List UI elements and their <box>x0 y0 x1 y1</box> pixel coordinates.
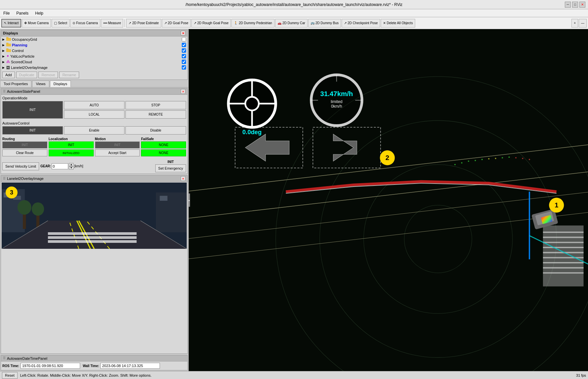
svg-rect-21 <box>48 232 137 235</box>
displays-title: Displays <box>3 31 18 35</box>
tab-views[interactable]: Views <box>32 81 49 87</box>
autoware-control-label: AutowareControl <box>2 121 186 125</box>
svg-point-78 <box>495 158 496 159</box>
toolbar-move-camera[interactable]: ✥ Move Camera <box>22 19 51 27</box>
display-item-name: ScoredCloud <box>11 60 181 64</box>
init-emergency-col: INIT Set Emergency <box>155 160 186 172</box>
displays-close-button[interactable]: ✕ <box>181 31 185 35</box>
lanelet-close[interactable]: ✕ <box>181 176 185 181</box>
motion-init-button[interactable]: INIT <box>95 141 140 148</box>
panel-drag-icon2: ⠿ <box>3 177 6 181</box>
tab-displays[interactable]: Displays <box>50 81 71 87</box>
toolbar-measure[interactable]: ━━ Measure <box>101 19 123 27</box>
image-icon: 🖼 <box>6 66 10 70</box>
routing-label: Routing <box>2 137 47 141</box>
motion-label: Motion <box>95 137 140 141</box>
operation-mode-auto[interactable]: AUTO <box>64 101 124 109</box>
maximize-button[interactable]: □ <box>572 2 578 8</box>
viz-background[interactable]: 0.0deg 31.47km/h limited 0km/h 2 1 <box>189 29 588 371</box>
autoware-state-panel: ⠿ AutowareStatePanel ✕ OperationMode INI… <box>1 88 188 174</box>
close-button[interactable]: ✕ <box>579 2 585 8</box>
display-check-control[interactable] <box>182 48 186 53</box>
gear-increment[interactable]: ▲ <box>69 163 74 166</box>
menu-panels[interactable]: Panels <box>14 10 30 16</box>
rename-display-button[interactable]: Rename <box>59 72 79 78</box>
list-item[interactable]: ▶ OccupancyGrid <box>1 36 187 42</box>
toolbar-2d-goal[interactable]: ↗ 2D Goal Pose <box>162 19 191 27</box>
list-item[interactable]: ▶ Control <box>1 48 187 53</box>
tab-tool-properties[interactable]: Tool Properties <box>0 81 31 87</box>
toolbar-rough-goal[interactable]: ↗ 2D Rough Goal Pose <box>191 19 231 27</box>
toolbar-interact[interactable]: ↖ Interact <box>1 19 21 27</box>
display-item-name: OccupancyGrid <box>12 37 181 41</box>
add-display-button[interactable]: Add <box>2 72 15 78</box>
displays-header: Displays ✕ <box>1 30 187 36</box>
autoware-state-close[interactable]: ✕ <box>181 89 185 94</box>
toolbar-extra2[interactable]: — <box>579 19 587 27</box>
operation-mode-remote[interactable]: REMOTE <box>125 110 186 119</box>
failsafe-none2: NONE <box>141 149 186 156</box>
toolbar-dummy-bus[interactable]: 🚌 2D Dummy Bus <box>308 19 341 27</box>
chevron-right-icon: ▶ <box>189 198 190 202</box>
localization-col: Localization <box>49 137 94 141</box>
operation-mode-local[interactable]: LOCAL <box>64 110 124 119</box>
toolbar-dummy-car[interactable]: 🚗 2D Dummy Car <box>275 19 308 27</box>
toolbar-extra1[interactable]: + <box>571 19 578 27</box>
svg-rect-22 <box>48 236 137 239</box>
operation-mode-stop[interactable]: STOP <box>125 101 186 109</box>
list-item[interactable]: ▶ ✦ YabLocParticle <box>1 53 187 59</box>
gear-decrement[interactable]: ▼ <box>69 166 74 170</box>
operation-mode-init[interactable]: INIT <box>2 101 63 119</box>
list-item[interactable]: ▶ ⁂ ScoredCloud <box>1 59 187 65</box>
lanelet-title: Lanelet2OverlayImage <box>7 177 44 181</box>
viz-panel: 0.0deg 31.47km/h limited 0km/h 2 1 <box>189 29 588 371</box>
autoware-control-enable[interactable]: Enable <box>64 126 124 135</box>
svg-text:0km/h: 0km/h <box>331 104 342 109</box>
svg-rect-23 <box>48 240 137 243</box>
reset-button[interactable]: Reset <box>2 372 18 379</box>
display-check-planning[interactable] <box>182 43 186 47</box>
svg-point-74 <box>468 160 469 162</box>
display-check-lanelet[interactable] <box>182 65 186 70</box>
gear-value-input[interactable] <box>52 163 68 169</box>
operation-mode-label: OperationMode <box>2 96 186 100</box>
toolbar-focus-camera[interactable]: ⊙ Focus Camera <box>70 19 100 27</box>
gear-label: GEAR: <box>40 164 51 168</box>
gear-input-group: GEAR: ▲ ▼ [km/h] <box>40 163 83 170</box>
display-check-yablocparticle[interactable] <box>182 54 186 58</box>
list-item[interactable]: ▶ Planning <box>1 42 187 48</box>
panel-collapse-handle[interactable]: ▶ <box>189 193 190 207</box>
set-emergency-button[interactable]: Set Emergency <box>155 164 186 172</box>
toolbar-2d-pose[interactable]: ↗ 2D Pose Estimate <box>126 19 161 27</box>
motion-accept-button[interactable]: Accept Start <box>95 149 140 156</box>
minimize-button[interactable]: ─ <box>565 2 571 8</box>
display-check-occupancygrid[interactable] <box>182 37 186 41</box>
svg-text:limited: limited <box>331 99 343 104</box>
titlebar-title: /home/kentoyabuuchi2/Projects/yabloc_aut… <box>185 2 402 7</box>
left-panel: Displays ✕ ▶ OccupancyGrid ▶ <box>0 29 189 371</box>
titlebar-controls: ─ □ ✕ <box>565 2 585 8</box>
menu-help[interactable]: Help <box>33 10 45 16</box>
autoware-control-disable[interactable]: Disable <box>125 126 186 135</box>
localization-init-button[interactable]: INIT <box>49 141 94 148</box>
display-check-scoredcloud[interactable] <box>182 60 186 64</box>
clear-route-button[interactable]: Clear Route <box>2 149 47 156</box>
panel-tabs: Tool Properties Views Displays <box>0 81 188 87</box>
localization-status-button[interactable]: INITIALIZED <box>49 149 94 156</box>
panel-drag-icon3: ⠿ <box>3 356 6 360</box>
folder-control-icon <box>6 48 11 53</box>
send-velocity-button[interactable]: Send Velocity Limit <box>2 162 39 170</box>
svg-text:1: 1 <box>555 201 558 209</box>
menu-file[interactable]: File <box>1 10 12 16</box>
toolbar-delete-all[interactable]: ✕ Delete All Objects <box>381 19 415 27</box>
autoware-control-init[interactable]: INIT <box>2 126 63 135</box>
remove-display-button[interactable]: Remove <box>38 72 58 78</box>
duplicate-display-button[interactable]: Duplicate <box>16 72 37 78</box>
toolbar-checkpoint[interactable]: ↗ 2D Checkpoint Pose <box>342 19 380 27</box>
toolbar-select[interactable]: ▢ Select <box>52 19 70 27</box>
toolbar-dummy-pedestrian[interactable]: 🚶 2D Dummy Pedestrian <box>231 19 274 27</box>
list-item[interactable]: ▶ 🖼 Lanelet2OverlayImage <box>1 65 187 70</box>
car-icon: 🚗 <box>277 21 281 25</box>
wall-time-field: Wall Time: <box>83 363 160 369</box>
routing-init-button[interactable]: INIT <box>2 141 47 148</box>
